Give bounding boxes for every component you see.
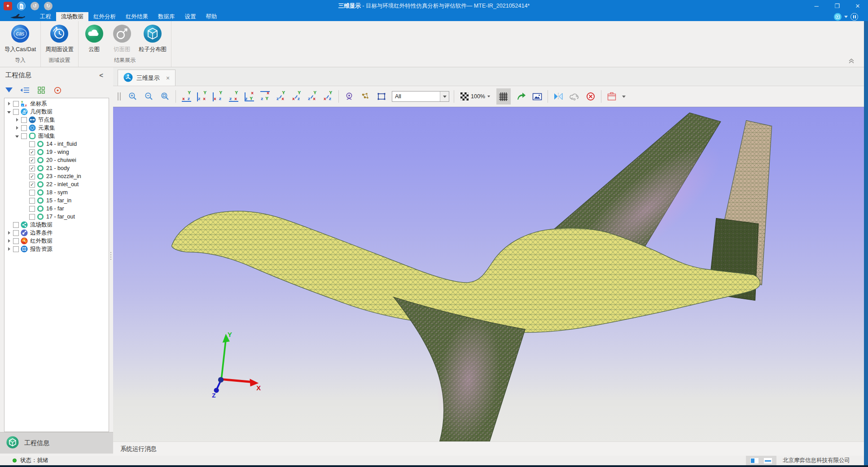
- tree-row[interactable]: ✓ 23 - nozzle_in: [4, 172, 109, 180]
- tree-checkbox[interactable]: [13, 238, 19, 244]
- tree-row[interactable]: 18 - sym: [4, 188, 109, 196]
- tree-row[interactable]: 报告资源: [4, 245, 109, 253]
- layout-bottom-panel-icon[interactable]: [764, 458, 772, 463]
- view-iso-4-icon[interactable]: Yxz: [322, 91, 334, 102]
- particle-distribution-button[interactable]: 粒子分布图: [137, 24, 169, 53]
- redo-button[interactable]: ↻: [44, 2, 53, 10]
- particles-button[interactable]: [359, 91, 371, 102]
- menu-item-数据库[interactable]: 数据库: [153, 12, 180, 21]
- expand-arrow-icon[interactable]: [6, 246, 12, 252]
- tree-checkbox[interactable]: [13, 101, 19, 107]
- surface-filter-combobox[interactable]: All: [392, 91, 449, 102]
- tree-checkbox[interactable]: [21, 133, 27, 139]
- expand-arrow-icon[interactable]: [14, 117, 20, 122]
- tree-checkbox[interactable]: [13, 246, 19, 252]
- layout-left-panel-icon[interactable]: [750, 458, 758, 463]
- mesh-toggle-button-active[interactable]: [496, 88, 511, 105]
- opacity-zoom-control[interactable]: 100%: [459, 92, 492, 100]
- menu-item-流场数据[interactable]: 流场数据: [56, 12, 88, 21]
- tab-3d-display[interactable]: 三维显示 ×: [118, 70, 175, 86]
- view-iso-1-icon[interactable]: Yzx: [275, 91, 287, 102]
- tree-checkbox[interactable]: [29, 198, 35, 204]
- expand-arrow-icon[interactable]: [6, 101, 12, 106]
- panel-collapse-button[interactable]: <: [99, 71, 108, 79]
- tree-row[interactable]: ✓ 19 - wing: [4, 148, 109, 156]
- probe-camera-button[interactable]: [343, 91, 355, 102]
- tree-row[interactable]: ✓ 20 - chuiwei: [4, 156, 109, 164]
- expand-arrow-icon[interactable]: [6, 109, 12, 114]
- expand-arrow-icon[interactable]: [6, 238, 12, 244]
- menu-item-红外结果[interactable]: 红外结果: [121, 12, 153, 21]
- view-top-icon[interactable]: xzY: [259, 91, 271, 102]
- quick-run-button[interactable]: [834, 13, 842, 21]
- tree-row[interactable]: 面域集: [4, 132, 109, 140]
- zoom-out-button[interactable]: [143, 91, 155, 102]
- view-bottom-icon[interactable]: xzY: [243, 91, 255, 102]
- box-select-button[interactable]: [376, 91, 387, 102]
- tree-row[interactable]: ✓ 21 - body: [4, 164, 109, 172]
- expand-arrow-icon[interactable]: [14, 125, 20, 131]
- tree-row[interactable]: 元素集: [4, 124, 109, 132]
- combobox-dropdown-button[interactable]: [440, 92, 449, 101]
- tree-checkbox[interactable]: ✓: [29, 149, 35, 155]
- save-box-button[interactable]: [606, 91, 618, 102]
- tree-checkbox[interactable]: [21, 117, 27, 123]
- tab-close-icon[interactable]: ×: [166, 74, 170, 82]
- tree-checkbox[interactable]: [29, 206, 35, 212]
- mirror-button[interactable]: [552, 91, 564, 102]
- tree-checkbox[interactable]: ✓: [29, 157, 35, 163]
- close-button[interactable]: ✕: [847, 0, 868, 12]
- menu-item-红外分析[interactable]: 红外分析: [88, 12, 121, 21]
- tree-row[interactable]: ✓ 22 - inlet_out: [4, 180, 109, 188]
- app-menu-button[interactable]: ✦: [4, 2, 12, 10]
- zoom-in-button[interactable]: [127, 91, 139, 102]
- import-cas-dat-button[interactable]: cas 导入Cas/Dat: [3, 24, 38, 53]
- collapse-ribbon-button[interactable]: [847, 58, 855, 64]
- view-right-icon[interactable]: Yzx: [228, 91, 240, 102]
- panel-splitter[interactable]: [110, 252, 111, 260]
- tree-checkbox[interactable]: [13, 230, 19, 236]
- tree-row[interactable]: 流场数据: [4, 221, 109, 229]
- tree-row[interactable]: 16 - far: [4, 205, 109, 213]
- filter-button[interactable]: [4, 86, 13, 94]
- menu-item-设置[interactable]: 设置: [180, 12, 201, 21]
- tree-checkbox[interactable]: ✓: [29, 166, 35, 171]
- locate-button[interactable]: [53, 86, 62, 94]
- tree-checkbox[interactable]: [29, 214, 35, 220]
- new-document-button[interactable]: [17, 2, 26, 10]
- aircraft-fuselage[interactable]: [172, 211, 760, 333]
- quick-menu-caret-icon[interactable]: [844, 16, 848, 18]
- tree-row[interactable]: 红外数据: [4, 237, 109, 245]
- undo-button[interactable]: ↺: [31, 2, 39, 10]
- toolbox-caret-icon[interactable]: [622, 96, 626, 98]
- tree-checkbox[interactable]: ✓: [29, 174, 35, 179]
- tree-checkbox[interactable]: [13, 222, 19, 228]
- tree-checkbox[interactable]: [13, 109, 19, 115]
- tree-row[interactable]: 节点集: [4, 116, 109, 124]
- panel-footer-item[interactable]: 工程信息: [0, 432, 113, 454]
- tree-checkbox[interactable]: ✓: [29, 182, 35, 188]
- tree-checkbox[interactable]: [21, 125, 27, 131]
- view-iso-2-icon[interactable]: Yxz: [290, 91, 302, 102]
- tree-checkbox[interactable]: [29, 190, 35, 196]
- tree-row[interactable]: 17 - far_out: [4, 213, 109, 221]
- cancel-button[interactable]: [585, 91, 596, 102]
- view-back-icon[interactable]: Yzx: [196, 91, 208, 102]
- minimize-button[interactable]: ─: [806, 0, 827, 12]
- tree-checkbox[interactable]: [29, 141, 35, 147]
- zoom-fit-button[interactable]: [159, 91, 171, 102]
- periodic-surface-button[interactable]: 周期面设置: [44, 24, 75, 53]
- view-left-icon[interactable]: Yxz: [212, 91, 224, 102]
- help-book-button[interactable]: [850, 13, 858, 21]
- screenshot-button[interactable]: [531, 91, 543, 102]
- tree-row[interactable]: Yzx 坐标系: [4, 100, 109, 108]
- expand-arrow-icon[interactable]: [6, 230, 12, 236]
- menu-item-帮助[interactable]: 帮助: [201, 12, 222, 21]
- tree-row[interactable]: 几何数据: [4, 108, 109, 116]
- tree-row[interactable]: 边界条件: [4, 229, 109, 237]
- contour-cloud-button[interactable]: 云图: [81, 24, 107, 53]
- maximize-button[interactable]: ❐: [827, 0, 847, 12]
- collapse-tree-button[interactable]: [21, 86, 30, 94]
- viewport-3d[interactable]: Y X Z: [113, 107, 864, 441]
- tree-row[interactable]: 14 - int_fluid: [4, 140, 109, 148]
